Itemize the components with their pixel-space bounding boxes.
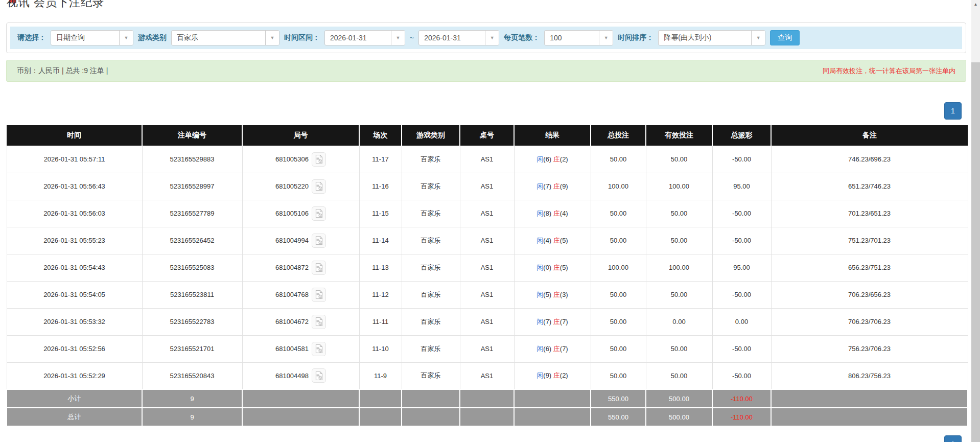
page-size-value: 100 [545,34,599,42]
total-row-cell: 9 [142,408,242,426]
subtotal-row-cell [771,389,968,408]
bet-number-cell: 523165521701 [142,335,242,362]
time-cell: 2026-01-31 05:56:03 [7,200,142,227]
filter-panel: 请选择： 日期查询 ▼ 游戏类别 百家乐 ▼ 时间区间： 2026-01-31 … [6,22,966,53]
payout-cell: -50.00 [712,281,771,308]
banker-result: 庄 [553,291,560,298]
column-header: 注单编号 [142,125,242,146]
chevron-down-icon[interactable]: ▼ [119,31,133,45]
page-1-button[interactable]: 1 [944,102,962,120]
remark-cell: 806.23/756.23 [771,362,968,389]
game-type-cell: 百家乐 [402,254,460,281]
total-bet-cell[interactable]: 50.00 [591,335,646,362]
scroll-up-icon[interactable]: ▲ [971,0,980,9]
remark-cell: 651.23/746.23 [771,173,968,200]
time-cell: 2026-01-31 05:54:43 [7,254,142,281]
video-playback-button[interactable] [312,288,326,302]
video-playback-button[interactable] [312,179,326,194]
remark-cell: 746.23/696.23 [771,146,968,173]
banker-points: (5) [560,237,568,244]
chevron-down-icon[interactable]: ▼ [751,31,765,45]
column-header: 局号 [242,125,359,146]
total-bet-cell[interactable]: 100.00 [591,173,646,200]
session-cell: 11-16 [359,173,402,200]
table-number-cell: AS1 [460,335,514,362]
column-header: 备注 [771,125,968,146]
banker-result: 庄 [553,237,560,244]
video-playback-button[interactable] [312,234,326,248]
video-playback-button[interactable] [312,315,326,329]
table-number-cell: AS1 [460,362,514,389]
subtotal-row-cell: -110.00 [712,389,771,408]
total-bet-cell[interactable]: 50.00 [591,308,646,335]
video-playback-button[interactable] [312,206,326,221]
banker-points: (7) [560,318,568,325]
table-row: 2026-01-31 05:56:03523165527789681005106… [7,200,968,227]
video-playback-button[interactable] [312,152,326,167]
chevron-down-icon[interactable]: ▼ [391,31,405,45]
table-number-cell: AS1 [460,173,514,200]
payout-cell: 0.00 [712,308,771,335]
banker-points: (7) [560,345,568,353]
query-type-select[interactable]: 日期查询 ▼ [51,30,133,45]
valid-bet-cell: 50.00 [646,281,712,308]
total-bet-cell[interactable]: 100.00 [591,254,646,281]
video-playback-icon [314,208,324,218]
time-sort-select[interactable]: 降幂(由大到小) ▼ [658,30,765,45]
payout-cell: -50.00 [712,227,771,254]
time-cell: 2026-01-31 05:52:56 [7,335,142,362]
chevron-down-icon[interactable]: ▼ [265,31,279,45]
game-type-select[interactable]: 百家乐 ▼ [171,30,279,45]
chevron-down-icon[interactable]: ▼ [599,31,613,45]
vertical-scrollbar[interactable]: ▲ [971,0,980,442]
video-playback-button[interactable] [312,368,326,383]
time-cell: 2026-01-31 05:57:11 [7,146,142,173]
video-playback-button[interactable] [312,261,326,275]
video-playback-button[interactable] [312,342,326,356]
total-row-cell: -110.00 [712,408,771,426]
total-bet-cell[interactable]: 50.00 [591,227,646,254]
date-from-picker[interactable]: 2026-01-31 ▼ [324,30,405,45]
table-row: 2026-01-31 05:55:23523165526452681004994… [7,227,968,254]
total-bet-cell[interactable]: 50.00 [591,362,646,389]
total-bet-cell[interactable]: 50.00 [591,200,646,227]
time-cell: 2026-01-31 05:54:05 [7,281,142,308]
scrollbar-thumb[interactable] [971,62,980,442]
subtotal-row-cell: 550.00 [591,389,646,408]
column-header: 结果 [514,125,591,146]
round-number-cell: 681004581 [242,335,359,362]
round-number-cell: 681005306 [242,146,359,173]
player-points: (6) [543,155,551,163]
total-bet-cell[interactable]: 50.00 [591,281,646,308]
round-number: 681004994 [275,237,309,244]
round-number-cell: 681004994 [242,227,359,254]
date-to-picker[interactable]: 2026-01-31 ▼ [418,30,499,45]
result-cell: 闲(6) 庄(2) [514,146,591,173]
subtotal-row-cell [460,389,514,408]
total-bet-cell[interactable]: 50.00 [591,146,646,173]
total-row-cell [460,408,514,426]
round-number-cell: 681004498 [242,362,359,389]
session-cell: 11-17 [359,146,402,173]
player-result: 闲 [536,237,543,244]
payout-cell: -50.00 [712,200,771,227]
page-size-select[interactable]: 100 ▼ [544,30,613,45]
total-row-cell: 550.00 [591,408,646,426]
search-button[interactable]: 查询 [770,30,800,45]
game-type-cell: 百家乐 [402,362,460,389]
currency-total-text: 币别：人民币 | 总共 :9 注单 | [17,66,108,76]
table-row: 2026-01-31 05:57:11523165529883681005306… [7,146,968,173]
game-type-cell: 百家乐 [402,281,460,308]
total-row-cell [514,408,591,426]
result-cell: 闲(0) 庄(5) [514,254,591,281]
game-type-label: 游戏类别 [138,33,167,42]
page-1-button[interactable]: 1 [944,435,962,442]
time-range-label: 时间区间： [284,33,320,42]
payout-cell: 95.00 [712,173,771,200]
column-header: 桌号 [460,125,514,146]
game-type-value: 百家乐 [172,33,265,42]
subtotal-row-cell [514,389,591,408]
chevron-down-icon[interactable]: ▼ [485,31,499,45]
banker-result: 庄 [553,318,560,325]
player-result: 闲 [536,182,543,190]
